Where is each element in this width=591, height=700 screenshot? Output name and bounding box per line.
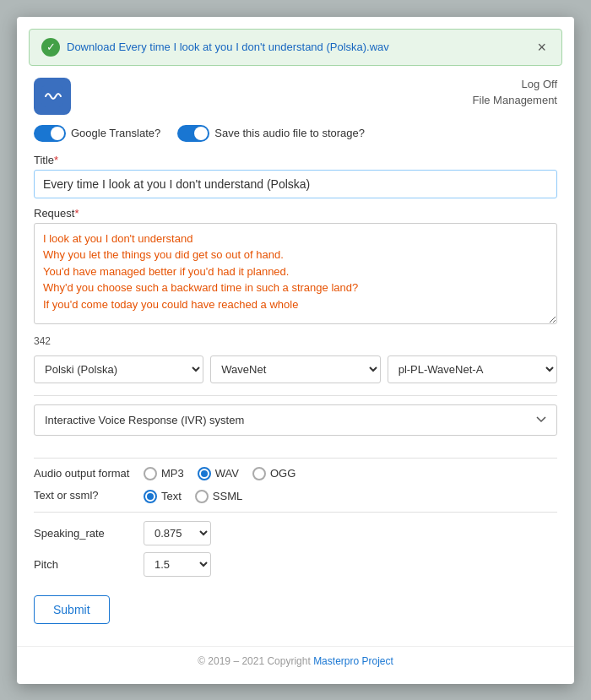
ogg-radio-circle xyxy=(252,467,266,480)
save-audio-toggle[interactable] xyxy=(177,125,209,142)
text-ssml-row: Text or ssml? Text SSML xyxy=(34,489,557,503)
wav-radio-circle xyxy=(198,467,211,480)
check-icon: ✓ xyxy=(41,38,60,57)
notification-text: Download Every time I look at you I don'… xyxy=(67,41,389,53)
notification-left: ✓ Download Every time I look at you I do… xyxy=(41,38,389,57)
wav-label: WAV xyxy=(215,467,239,480)
divider-2 xyxy=(34,458,557,459)
audio-wav-option[interactable]: WAV xyxy=(198,467,239,480)
save-audio-label: Save this audio file to storage? xyxy=(214,127,365,139)
pitch-row: Pitch 1.5 0 0.5 1.0 2.0 xyxy=(34,552,557,577)
mp3-radio-circle xyxy=(144,467,157,480)
main-window: ✓ Download Every time I look at you I do… xyxy=(17,17,574,684)
ogg-label: OGG xyxy=(270,467,296,480)
ssml-label: SSML xyxy=(213,490,242,502)
speaking-rate-select[interactable]: 0.875 1.0 1.25 1.5 0.5 0.75 xyxy=(144,521,211,545)
audio-format-options: MP3 WAV OGG xyxy=(144,467,296,480)
selects-row: Polski (Polska) English (US) French (Fra… xyxy=(34,355,557,383)
submit-button[interactable]: Submit xyxy=(34,595,110,624)
ivr-select[interactable]: Interactive Voice Response (IVR) system … xyxy=(34,404,557,436)
divider-3 xyxy=(34,512,557,513)
language-select[interactable]: Polski (Polska) English (US) French (Fra… xyxy=(34,355,203,383)
pitch-label: Pitch xyxy=(34,558,144,571)
audio-ogg-option[interactable]: OGG xyxy=(252,467,296,480)
title-label: Title* xyxy=(34,154,557,166)
save-audio-toggle-item: Save this audio file to storage? xyxy=(177,125,365,142)
copyright-text: © 2019 – 2021 Copyright xyxy=(198,655,311,667)
file-management-link[interactable]: File Management xyxy=(473,94,557,106)
audio-format-row: Audio output format MP3 WAV OGG xyxy=(34,467,557,481)
request-textarea[interactable]: I look at you I don't understand Why you… xyxy=(34,223,557,324)
ssml-option[interactable]: SSML xyxy=(195,490,242,503)
speaking-rate-label: Speaking_rate xyxy=(34,527,144,540)
voice-type-select[interactable]: WaveNet Standard xyxy=(210,355,380,383)
log-off-link[interactable]: Log Off xyxy=(522,78,557,90)
header-nav: Log Off File Management xyxy=(473,78,557,106)
text-radio-circle xyxy=(144,490,157,503)
text-option[interactable]: Text xyxy=(144,490,182,503)
header: Log Off File Management xyxy=(17,66,574,115)
main-content: Google Translate? Save this audio file t… xyxy=(17,115,574,638)
logo-icon xyxy=(34,78,71,115)
notification-bar: ✓ Download Every time I look at you I do… xyxy=(29,29,562,66)
notification-close-button[interactable]: × xyxy=(534,40,550,55)
text-label: Text xyxy=(161,490,182,502)
speaking-rate-row: Speaking_rate 0.875 1.0 1.25 1.5 0.5 0.7… xyxy=(34,521,557,545)
title-field-wrapper: Title* xyxy=(34,154,557,198)
google-translate-label: Google Translate? xyxy=(71,127,160,139)
toggles-row: Google Translate? Save this audio file t… xyxy=(34,125,557,142)
text-ssml-label: Text or ssml? xyxy=(34,489,144,503)
google-translate-toggle[interactable] xyxy=(34,125,66,142)
text-ssml-options: Text SSML xyxy=(144,490,242,503)
pitch-select[interactable]: 1.5 0 0.5 1.0 2.0 xyxy=(144,552,211,577)
audio-format-label: Audio output format xyxy=(34,467,144,481)
google-translate-toggle-item: Google Translate? xyxy=(34,125,160,142)
request-label: Request* xyxy=(34,207,557,220)
request-field-wrapper: Request* I look at you I don't understan… xyxy=(34,207,557,327)
brand-link[interactable]: Masterpro Project xyxy=(313,655,393,667)
ssml-radio-circle xyxy=(195,490,209,503)
mp3-label: MP3 xyxy=(161,467,184,480)
audio-mp3-option[interactable]: MP3 xyxy=(144,467,184,480)
footer: © 2019 – 2021 Copyright Masterpro Projec… xyxy=(17,646,574,676)
divider-1 xyxy=(34,395,557,396)
voice-name-select[interactable]: pl-PL-WaveNet-A pl-PL-WaveNet-B pl-PL-Wa… xyxy=(388,355,557,383)
char-count: 342 xyxy=(34,335,557,347)
title-input[interactable] xyxy=(34,170,557,198)
